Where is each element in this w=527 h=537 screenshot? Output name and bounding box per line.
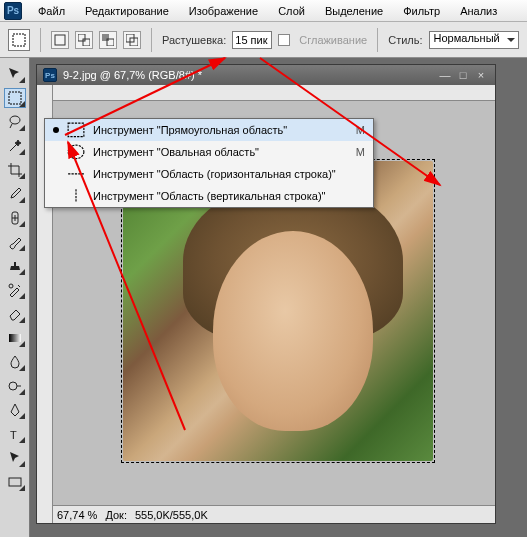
- flyout-col-marquee[interactable]: Инструмент "Область (вертикальная строка…: [45, 185, 373, 207]
- horizontal-ruler: [53, 85, 495, 101]
- lasso-tool[interactable]: [4, 112, 26, 132]
- blur-tool[interactable]: [4, 352, 26, 372]
- selection-subtract-icon[interactable]: [99, 31, 117, 49]
- col-marquee-icon: [67, 188, 85, 204]
- svg-rect-2: [78, 34, 85, 41]
- ellipse-marquee-icon: [67, 144, 85, 160]
- healing-brush-tool[interactable]: [4, 208, 26, 228]
- move-tool[interactable]: [4, 64, 26, 84]
- type-tool[interactable]: T: [4, 424, 26, 444]
- brush-tool[interactable]: [4, 232, 26, 252]
- menu-image[interactable]: Изображение: [179, 2, 268, 20]
- menu-analysis[interactable]: Анализ: [450, 2, 507, 20]
- svg-rect-4: [102, 34, 109, 41]
- svg-rect-1: [55, 35, 65, 45]
- dodge-tool[interactable]: [4, 376, 26, 396]
- minimize-button[interactable]: —: [437, 68, 453, 82]
- separator: [40, 28, 41, 52]
- magic-wand-tool[interactable]: [4, 136, 26, 156]
- eyedropper-tool[interactable]: [4, 184, 26, 204]
- svg-point-16: [68, 145, 84, 159]
- docsize-label: Док:: [105, 509, 127, 521]
- svg-text:T: T: [10, 429, 17, 441]
- tool-preset-picker[interactable]: [8, 29, 30, 51]
- rectangular-marquee-tool[interactable]: [4, 88, 26, 108]
- app-logo: Ps: [4, 2, 22, 20]
- svg-point-12: [9, 382, 17, 390]
- menu-filter[interactable]: Фильтр: [393, 2, 450, 20]
- feather-input[interactable]: [232, 31, 272, 49]
- flyout-label: Инструмент "Овальная область": [93, 146, 337, 158]
- main-menubar: Ps Файл Редактирование Изображение Слой …: [0, 0, 527, 22]
- rect-marquee-icon: [67, 122, 85, 138]
- flyout-label: Инструмент "Область (вертикальная строка…: [93, 190, 337, 202]
- flyout-shortcut: M: [345, 146, 365, 158]
- marquee-tool-flyout: Инструмент "Прямоугольная область" M Инс…: [44, 118, 374, 208]
- document-title: 9-2.jpg @ 67,7% (RGB/8#) *: [63, 69, 202, 81]
- svg-rect-3: [83, 39, 90, 46]
- doc-size: 555,0K/555,0K: [135, 509, 208, 521]
- menu-file[interactable]: Файл: [28, 2, 75, 20]
- close-button[interactable]: ×: [473, 68, 489, 82]
- feather-label: Растушевка:: [162, 34, 226, 46]
- status-bar: 67,74 % Док: 555,0K/555,0K: [53, 505, 495, 523]
- flyout-ellipse-marquee[interactable]: Инструмент "Овальная область" M: [45, 141, 373, 163]
- selection-add-icon[interactable]: [75, 31, 93, 49]
- antialias-checkbox: [278, 34, 290, 46]
- selection-intersect-icon[interactable]: [123, 31, 141, 49]
- tools-panel: T: [0, 58, 30, 537]
- separator: [151, 28, 152, 52]
- path-selection-tool[interactable]: [4, 448, 26, 468]
- separator: [377, 28, 378, 52]
- flyout-row-marquee[interactable]: Инструмент "Область (горизонтальная стро…: [45, 163, 373, 185]
- svg-rect-0: [13, 34, 25, 46]
- doc-icon: Ps: [43, 68, 57, 82]
- pen-tool[interactable]: [4, 400, 26, 420]
- gradient-tool[interactable]: [4, 328, 26, 348]
- menu-layer[interactable]: Слой: [268, 2, 315, 20]
- flyout-shortcut: M: [345, 124, 365, 136]
- menu-edit[interactable]: Редактирование: [75, 2, 179, 20]
- zoom-level[interactable]: 67,74 %: [57, 509, 97, 521]
- selection-new-icon[interactable]: [51, 31, 69, 49]
- style-select[interactable]: Нормальный: [429, 31, 519, 49]
- style-label: Стиль:: [388, 34, 422, 46]
- maximize-button[interactable]: □: [455, 68, 471, 82]
- eraser-tool[interactable]: [4, 304, 26, 324]
- rectangle-tool[interactable]: [4, 472, 26, 492]
- history-brush-tool[interactable]: [4, 280, 26, 300]
- svg-rect-15: [68, 123, 84, 137]
- svg-point-10: [9, 284, 13, 288]
- options-bar: Растушевка: Сглаживание Стиль: Нормальны…: [0, 22, 527, 58]
- row-marquee-icon: [67, 166, 85, 182]
- antialias-label: Сглаживание: [299, 34, 367, 46]
- flyout-label: Инструмент "Область (горизонтальная стро…: [93, 168, 337, 180]
- active-indicator: [53, 127, 59, 133]
- flyout-rect-marquee[interactable]: Инструмент "Прямоугольная область" M: [45, 119, 373, 141]
- crop-tool[interactable]: [4, 160, 26, 180]
- flyout-label: Инструмент "Прямоугольная область": [93, 124, 337, 136]
- menu-select[interactable]: Выделение: [315, 2, 393, 20]
- clone-stamp-tool[interactable]: [4, 256, 26, 276]
- document-titlebar[interactable]: Ps 9-2.jpg @ 67,7% (RGB/8#) * — □ ×: [37, 65, 495, 85]
